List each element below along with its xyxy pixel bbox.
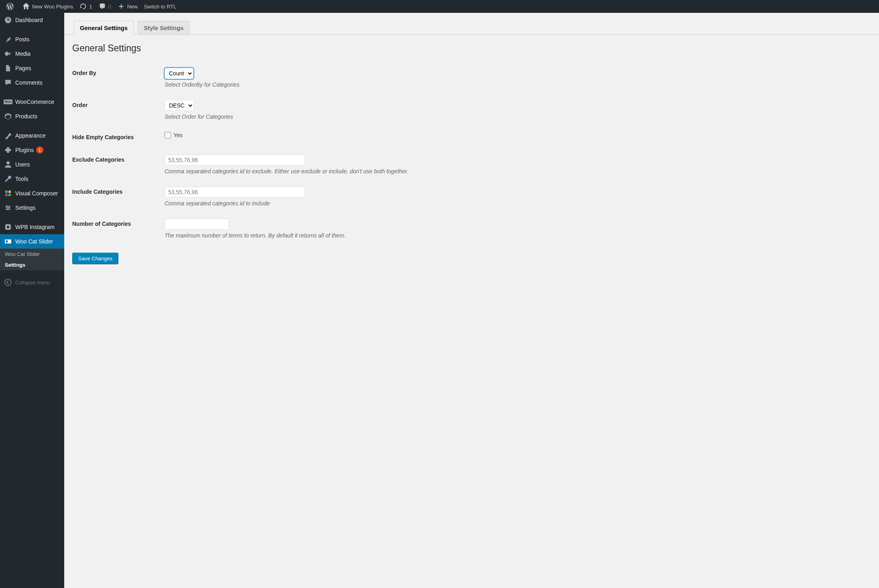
slider-icon	[4, 237, 12, 245]
sidebar-item-woo-cat-slider[interactable]: Woo Cat Slider	[0, 234, 64, 249]
sidebar-item-label: Comments	[15, 79, 43, 86]
order-label: Order	[72, 94, 161, 126]
comments-count: 0	[108, 4, 111, 10]
sidebar-item-label: Products	[15, 113, 37, 120]
number-input[interactable]	[165, 219, 229, 230]
sidebar-item-wpb-instagram[interactable]: WPB Instagram	[0, 220, 64, 234]
update-icon	[79, 3, 87, 10]
sidebar-item-comments[interactable]: Comments	[0, 75, 64, 90]
save-button[interactable]: Save Changes	[72, 253, 118, 264]
home-icon	[22, 3, 30, 10]
sidebar-item-media[interactable]: Media	[0, 47, 64, 61]
plugin-icon	[4, 146, 12, 154]
tools-icon	[4, 175, 12, 183]
exclude-help: Comma separated categories id to exclude…	[165, 168, 867, 174]
comments-link[interactable]: 0	[96, 0, 114, 13]
order-select[interactable]: DESC	[165, 100, 194, 111]
page-icon	[4, 64, 12, 72]
site-name: New Woo Plugins	[32, 4, 73, 10]
tab-general-settings[interactable]: General Settings	[74, 21, 134, 35]
sidebar-item-woocommerce[interactable]: Woo WooCommerce	[0, 95, 64, 109]
sidebar-item-tools[interactable]: Tools	[0, 172, 64, 186]
settings-icon	[4, 204, 12, 212]
updates-link[interactable]: 1	[76, 0, 95, 13]
sidebar-item-dashboard[interactable]: Dashboard	[0, 13, 64, 27]
sidebar-item-posts[interactable]: Posts	[0, 32, 64, 47]
svg-rect-7	[5, 239, 11, 243]
order-by-label: Order By	[72, 62, 161, 94]
sidebar-item-visual-composer[interactable]: Visual Composer	[0, 186, 64, 201]
plugin-update-badge: 1	[36, 146, 43, 154]
products-icon	[4, 112, 12, 120]
sidebar-item-pages[interactable]: Pages	[0, 61, 64, 75]
main-content: General Settings Style Settings General …	[64, 13, 879, 272]
instagram-icon	[4, 223, 12, 231]
site-name-link[interactable]: New Woo Plugins	[19, 0, 76, 13]
media-icon	[4, 50, 12, 58]
sidebar-item-products[interactable]: Products	[0, 109, 64, 124]
plus-icon	[118, 3, 125, 10]
order-help: Select Order for Categories	[165, 114, 867, 120]
sidebar-item-settings[interactable]: Settings	[0, 201, 64, 215]
tab-style-settings[interactable]: Style Settings	[138, 21, 189, 34]
user-icon	[4, 160, 12, 168]
sidebar-item-label: Media	[15, 51, 31, 57]
appearance-icon	[4, 132, 12, 140]
sidebar-item-label: Users	[15, 161, 30, 168]
sidebar-item-appearance[interactable]: Appearance	[0, 128, 64, 143]
rtl-switch[interactable]: Switch to RTL	[141, 0, 180, 13]
svg-point-0	[5, 52, 9, 56]
sidebar-item-users[interactable]: Users	[0, 157, 64, 172]
woocommerce-icon: Woo	[4, 98, 12, 106]
updates-count: 1	[89, 4, 92, 10]
sidebar-item-label: Dashboard	[15, 17, 43, 23]
svg-point-6	[7, 226, 9, 228]
svg-point-3	[8, 207, 10, 209]
svg-point-1	[6, 161, 10, 164]
settings-tabs: General Settings Style Settings	[64, 13, 879, 35]
page-title: General Settings	[72, 43, 871, 54]
svg-point-2	[6, 205, 8, 207]
svg-point-4	[7, 209, 8, 210]
sidebar-item-label: Visual Composer	[15, 190, 58, 197]
pin-icon	[4, 35, 12, 43]
sidebar-item-plugins[interactable]: Plugins 1	[0, 143, 64, 157]
exclude-label: Exclude Categories	[72, 148, 161, 180]
include-help: Comma separated categories id to include	[165, 200, 867, 207]
hide-empty-label: Hide Empty Categories	[72, 126, 161, 148]
admin-sidebar: Dashboard Posts Media Pages Comments Woo…	[0, 13, 64, 272]
visual-composer-icon	[4, 189, 12, 197]
submenu: Woo Cat Slider Settings	[0, 249, 64, 270]
sidebar-item-label: Woo Cat Slider	[15, 238, 53, 245]
dashboard-icon	[4, 16, 12, 24]
wp-logo[interactable]	[3, 0, 19, 13]
include-label: Include Categories	[72, 180, 161, 213]
include-input[interactable]	[165, 187, 305, 198]
comments-icon	[99, 3, 106, 10]
wordpress-icon	[6, 3, 14, 10]
number-help: The maximum number of terms to return. B…	[165, 232, 867, 239]
sidebar-item-label: Plugins	[15, 147, 34, 153]
sidebar-item-label: Tools	[15, 176, 28, 182]
submenu-item-woo-cat-slider[interactable]: Woo Cat Slider	[0, 249, 64, 260]
svg-rect-8	[6, 240, 8, 243]
sidebar-item-label: Posts	[15, 36, 29, 43]
sidebar-item-label: Pages	[15, 65, 31, 71]
new-content-link[interactable]: New	[114, 0, 141, 13]
settings-form: Order By Count Select OrderBy for Catego…	[72, 62, 871, 245]
order-by-select[interactable]: Count	[165, 68, 193, 79]
comment-icon	[4, 79, 12, 87]
sidebar-item-label: WooCommerce	[15, 99, 54, 105]
number-label: Number of Categories	[72, 213, 161, 245]
admin-bar: New Woo Plugins 1 0 New Switch to RTL	[0, 0, 879, 13]
hide-empty-checkbox[interactable]	[165, 132, 171, 138]
sidebar-item-label: WPB Instagram	[15, 224, 55, 230]
sidebar-item-label: Appearance	[15, 132, 46, 139]
exclude-input[interactable]	[165, 154, 305, 166]
submenu-item-settings[interactable]: Settings	[0, 260, 64, 270]
order-by-help: Select OrderBy for Categories	[165, 81, 867, 88]
hide-empty-option[interactable]: Yes	[173, 132, 183, 138]
new-label: New	[127, 4, 138, 10]
sidebar-item-label: Settings	[15, 205, 36, 211]
